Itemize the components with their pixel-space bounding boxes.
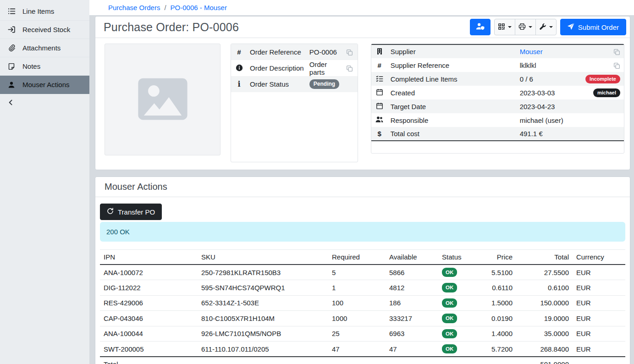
qrcode-icon: [498, 23, 505, 32]
panel-body: Transfer PO 200 OK IPNSKURequiredAvailab…: [95, 197, 630, 364]
cell-sku: 926-LMC7101QM5/NOPB: [198, 326, 328, 341]
order-image-placeholder[interactable]: [105, 44, 221, 155]
breadcrumb-link-current-order[interactable]: PO-0006 - Mouser: [171, 4, 227, 11]
purchase-order-card: Purchase Order: PO-0006 Submit Order #Or…: [95, 16, 630, 170]
cell-price: 0.6110: [480, 280, 516, 295]
sidebar-item-mouser-actions[interactable]: Mouser Actions: [0, 76, 89, 94]
mouser-actions-panel: Mouser Actions Transfer PO 200 OK IPNSKU…: [95, 176, 630, 364]
cell-price: 1.4000: [480, 326, 516, 341]
order-options-dropdown[interactable]: [535, 19, 557, 35]
sidebar-item-label: Line Items: [22, 7, 54, 15]
note-icon: [7, 62, 16, 71]
supplier-detail-row: #Supplier Referencelklklkl: [371, 58, 624, 72]
order-card-header: Purchase Order: PO-0006 Submit Order: [95, 17, 630, 38]
building-icon: [375, 47, 384, 55]
cell-status: OK: [438, 295, 480, 310]
column-header-available: Available: [386, 250, 438, 265]
supplier-detail-row: Target Date2023-04-23: [371, 99, 624, 113]
calendar-icon: [375, 102, 384, 110]
detail-extra: [569, 58, 624, 72]
submit-order-label: Submit Order: [578, 23, 619, 31]
sidebar-item-received-stock[interactable]: Received Stock: [0, 21, 89, 39]
users-icon: [375, 116, 384, 124]
order-actions-toolbar: Submit Order: [470, 19, 626, 35]
column-header-required: Required: [328, 250, 386, 265]
parts-table-row: DIG-112022595-SN74HCS74QPWRQ114812OK0.61…: [100, 280, 625, 295]
sidebar-collapse-button[interactable]: [0, 94, 89, 112]
detail-extra: [569, 99, 624, 113]
print-actions-dropdown[interactable]: [515, 19, 536, 35]
cell-ipn: RES-429006: [100, 295, 198, 310]
order-details-table: #Order ReferencePO-0006Order Description…: [231, 44, 358, 92]
chevron-down-icon: [529, 26, 532, 28]
column-header-status: Status: [438, 250, 480, 265]
order-card-body: #Order ReferencePO-0006Order Description…: [95, 38, 630, 170]
supplier-link[interactable]: Mouser: [520, 48, 543, 55]
supplier-user-button[interactable]: [470, 19, 491, 35]
cell-total: 35.0000: [516, 326, 573, 341]
cell-sku: 250-72981KLRATR150B3: [198, 265, 328, 280]
detail-value: Pending: [307, 76, 342, 92]
hash-icon: #: [235, 48, 243, 56]
pending-badge: Pending: [309, 79, 339, 89]
supplier-detail-row: Created2023-03-03michael: [371, 86, 624, 99]
cell-total: 268.8400: [516, 341, 573, 357]
copy-icon[interactable]: [613, 62, 620, 69]
breadcrumb-link-purchase-orders[interactable]: Purchase Orders: [108, 4, 160, 11]
parts-table-header: IPNSKURequiredAvailableStatusPriceTotalC…: [100, 250, 625, 265]
parts-table-row: ANA-100044926-LMC7101QM5/NOPB256963OK1.4…: [100, 326, 625, 341]
detail-label: Supplier Reference: [388, 58, 517, 72]
detail-value: PO-0006: [307, 44, 342, 60]
info-icon: i: [235, 80, 243, 88]
copy-icon[interactable]: [346, 65, 353, 72]
detail-label: Target Date: [388, 99, 517, 113]
transfer-po-button[interactable]: Transfer PO: [100, 204, 162, 220]
ok-badge: OK: [442, 314, 457, 323]
order-action-buttons: [470, 19, 557, 35]
sidebar-item-notes[interactable]: Notes: [0, 57, 89, 76]
copy-icon[interactable]: [613, 49, 620, 55]
parts-table-row: ANA-100072250-72981KLRATR150B355866OK5.5…: [100, 265, 625, 280]
supplier-detail-row: SupplierMouser: [371, 44, 624, 58]
incomplete-badge: Incomplete: [585, 75, 620, 84]
hash-icon: #: [375, 61, 384, 69]
calendar-icon: [375, 88, 384, 96]
barcode-actions-dropdown[interactable]: [494, 19, 515, 35]
footer-empty-cell: [573, 357, 625, 364]
cell-available: 5866: [386, 265, 438, 280]
copy-icon[interactable]: [346, 49, 353, 56]
detail-extra: [342, 60, 358, 76]
cell-status: OK: [438, 280, 480, 295]
detail-value: Order parts: [307, 60, 342, 76]
cell-ipn: ANA-100072: [100, 265, 198, 280]
page-title: Purchase Order: PO-0006: [104, 21, 239, 34]
sign-in-icon: [7, 26, 16, 34]
cell-price: 5.5100: [480, 265, 516, 280]
sidebar-item-attachments[interactable]: Attachments: [0, 39, 89, 57]
cell-currency: EUR: [573, 280, 625, 295]
submit-order-button[interactable]: Submit Order: [560, 19, 626, 35]
cell-required: 100: [328, 295, 386, 310]
cell-status: OK: [438, 265, 480, 280]
column-header-ipn: IPN: [100, 250, 198, 265]
cell-required: 5: [328, 265, 386, 280]
info-circle-icon: [235, 64, 243, 72]
detail-label: Supplier: [388, 44, 517, 58]
detail-value: 491.1 €: [517, 127, 569, 141]
cell-price: 0.0190: [480, 311, 516, 326]
cell-currency: EUR: [573, 341, 625, 357]
cell-currency: EUR: [573, 311, 625, 326]
list-check-icon: [375, 74, 384, 83]
detail-label: Created: [388, 86, 517, 99]
cell-available: 47: [386, 341, 438, 357]
sidebar-item-line-items[interactable]: Line Items: [0, 2, 89, 21]
column-header-price: Price: [480, 250, 516, 265]
supplier-details-box: SupplierMouser#Supplier Referencelklklkl…: [371, 44, 624, 154]
cell-available: 186: [386, 295, 438, 310]
cell-total: 27.5500: [516, 265, 573, 280]
detail-label: Total cost: [388, 127, 517, 141]
order-detail-row: Order DescriptionOrder parts: [231, 60, 358, 76]
cell-currency: EUR: [573, 295, 625, 310]
footer-total-value: 501.0000: [516, 357, 573, 364]
detail-label: Order Status: [247, 76, 307, 92]
